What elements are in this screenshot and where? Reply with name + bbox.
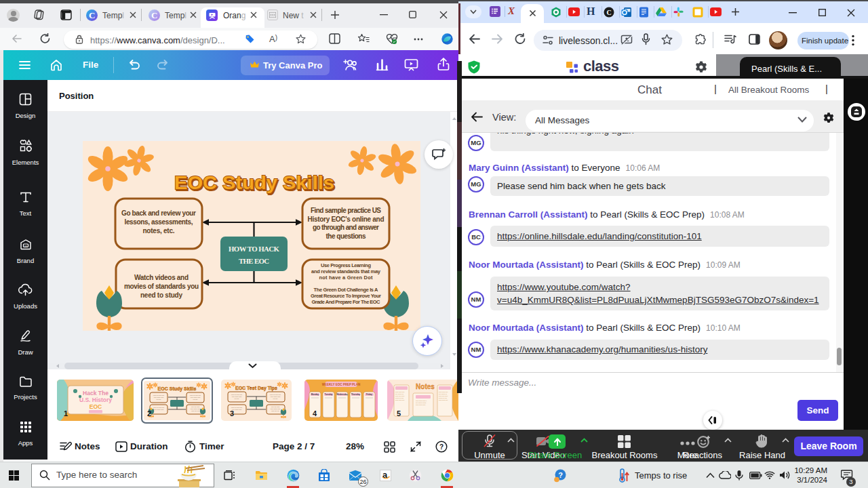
svg-text:History EOC's online and: History EOC's online and [308, 216, 384, 223]
svg-text:notes, etc.: notes, etc. [143, 227, 175, 235]
svg-text:xxxx xxx xxxx xxx: xxxx xxx xxxx xxx [153, 394, 165, 396]
svg-text:C: C [606, 9, 611, 16]
svg-text:Watch videos and: Watch videos and [134, 274, 189, 281]
svg-text:xxxx xxx xxxx: xxxx xxx xxxx [271, 406, 281, 407]
svg-text:xxxx xxxx xxxx: xxxx xxxx xxxx [416, 404, 426, 405]
svg-text:?: ? [558, 471, 563, 479]
svg-text:xxxx xxx xxxx: xxxx xxx xxxx [191, 406, 201, 407]
svg-text:xxxx xxx xxxx: xxxx xxx xxxx [395, 395, 405, 396]
svg-text:xxxx xxx xxxx xxx: xxxx xxx xxxx xxx [231, 394, 243, 395]
svg-text:xxx xxx: xxx xxx [157, 399, 162, 400]
svg-text:Grade And Prepare For The EOC: Grade And Prepare For The EOC [312, 299, 381, 305]
svg-text:xxxx xxx xxxx xxx: xxxx xxx xxxx xxx [270, 394, 281, 395]
svg-text:xxxx xxxxx xxxx: xxxx xxxxx xxxx [191, 408, 201, 409]
svg-text:lessons, assessments,: lessons, assessments, [125, 218, 193, 226]
svg-text:Monday: Monday [311, 393, 319, 396]
svg-text:xxxx xxxx xxx: xxxx xxxx xxx [395, 399, 405, 401]
svg-text:xxxx xxxx xxx: xxxx xxxx xxx [439, 391, 448, 392]
svg-text:Notes: Notes [416, 383, 435, 390]
svg-text:xxxx xxx xxxx xxx: xxxx xxx xxxx xxx [190, 394, 201, 396]
svg-text:xxx xxx: xxx xxx [193, 399, 199, 400]
svg-text:xxxx xxx xxxx: xxxx xxx xxxx [439, 395, 448, 396]
svg-text:EOC Study Skills: EOC Study Skills [174, 172, 334, 193]
svg-text:xxxx xxx xxx: xxxx xxx xxx [271, 410, 280, 411]
svg-text:Hack The: Hack The [83, 390, 108, 396]
svg-text:WEEKLY EOC PREP PLAN: WEEKLY EOC PREP PLAN [322, 383, 361, 386]
svg-text:EOC Test Day Tips: EOC Test Day Tips [235, 386, 277, 391]
svg-text:U.S. History: U.S. History [79, 396, 112, 403]
svg-text:xxxx xxx xxx: xxxx xxx xxx [191, 410, 200, 411]
svg-text:xxxx xxxxx xxxx: xxxx xxxxx xxxx [191, 396, 201, 398]
svg-text:Wednesday: Wednesday [336, 393, 348, 396]
svg-text:?: ? [439, 443, 443, 451]
svg-text:THE EOC: THE EOC [239, 257, 269, 265]
svg-text:Find sample practice US: Find sample practice US [311, 207, 381, 214]
svg-text:xxx xxx: xxx xxx [273, 398, 279, 399]
svg-text:xxxx xxx xxxx xxx: xxxx xxx xxxx xxx [231, 407, 243, 408]
svg-text:xxxxx xx xxx: xxxxx xx xxx [395, 397, 404, 399]
svg-text:Use Progress Learning: Use Progress Learning [321, 262, 371, 268]
svg-text:xxx xxxxx xx: xxx xxxxx xx [439, 393, 448, 394]
svg-text:xxxx xxxxx xxxx: xxxx xxxxx xxxx [154, 409, 165, 410]
svg-text:Tuesday: Tuesday [325, 393, 333, 396]
svg-text:xxx xxxxx xx: xxx xxxxx xx [395, 393, 404, 394]
svg-text:The Green Dot Challenge Is A: The Green Dot Challenge Is A [314, 287, 379, 293]
svg-text:EOC Study Skills: EOC Study Skills [158, 386, 197, 392]
svg-text:xxxx xxxx xxx: xxxx xxxx xxx [439, 399, 448, 401]
svg-text:co.: co. [24, 245, 28, 247]
svg-text:and review standards that may: and review standards that may [311, 268, 381, 274]
svg-text:movies of standards you: movies of standards you [124, 283, 199, 290]
svg-text:Go back and review your: Go back and review your [121, 209, 196, 217]
svg-text:not have a Green Dot: not have a Green Dot [319, 274, 374, 281]
svg-text:xxx xxx: xxx xxx [235, 398, 240, 399]
svg-text:need to study: need to study [140, 291, 182, 299]
svg-text:xxxx xxxx xxxx x: xxxx xxxx xxxx x [416, 400, 427, 401]
svg-text:xxxxx xx xxx: xxxxx xx xxx [439, 397, 448, 399]
svg-text:HOW TO HACK: HOW TO HACK [229, 245, 280, 253]
svg-text:xxxx xxx xxxx xxx: xxxx xxx xxxx xxx [153, 407, 165, 408]
svg-text:Friday: Friday [366, 393, 372, 396]
svg-text:Great Resource To Improve Your: Great Resource To Improve Your [311, 293, 381, 299]
svg-text:xxxx xxxxx xxxx: xxxx xxxxx xxxx [271, 408, 281, 409]
svg-text:xxxx xxxxx xxxx: xxxx xxxxx xxxx [271, 396, 281, 397]
svg-text:xxxx xxxxx xxxx: xxxx xxxxx xxxx [232, 396, 243, 397]
svg-text:EOC: EOC [90, 403, 102, 410]
svg-text:xxxx xxxx xxx: xxxx xxxx xxx [395, 391, 405, 392]
svg-text:xxx xxxxx xxxxx: xxx xxxxx xxxxx [416, 402, 427, 403]
svg-text:Thursday: Thursday [351, 393, 361, 396]
svg-text:go through and answer: go through and answer [313, 224, 379, 231]
svg-text:the questions: the questions [326, 232, 366, 240]
svg-text:xxxx xxxxx xxxx: xxxx xxxxx xxxx [154, 396, 165, 398]
